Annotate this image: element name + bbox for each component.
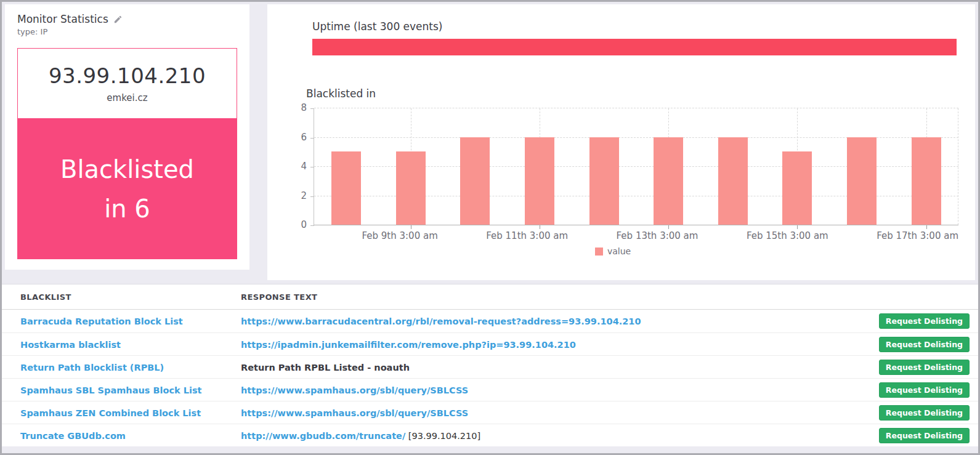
chart-bar	[912, 137, 941, 225]
chart-x-axis: Feb 9th 3:00 amFeb 11th 3:00 amFeb 13th …	[314, 230, 958, 241]
blacklist-table: BLACKLIST RESPONSE TEXT Barracuda Reputa…	[2, 284, 978, 446]
table-row: Spamhaus SBL Spamhaus Block Listhttps://…	[2, 378, 978, 401]
legend-label: value	[607, 246, 631, 256]
y-tick-label: 8	[267, 102, 307, 113]
ip-card: 93.99.104.210 emkei.cz	[17, 48, 237, 119]
panel-title: Monitor Statistics	[17, 13, 108, 25]
blacklist-name-link[interactable]: Barracuda Reputation Block List	[20, 316, 183, 326]
chart-plot	[314, 108, 958, 225]
chart-bar	[460, 137, 490, 225]
y-tick-label: 6	[267, 132, 307, 143]
x-tick-label: Feb 17th 3:00 am	[877, 230, 958, 241]
monitor-hostname: emkei.cz	[107, 92, 147, 103]
blacklist-name-link[interactable]: Return Path Blocklist (RPBL)	[20, 363, 164, 372]
table-row: Barracuda Reputation Block Listhttps://w…	[2, 310, 978, 332]
edit-pencil-icon[interactable]	[113, 15, 123, 24]
response-link[interactable]: https://ipadmin.junkemailfilter.com/remo…	[241, 340, 576, 350]
column-header-blacklist: BLACKLIST	[2, 292, 241, 302]
x-tick-label: Feb 13th 3:00 am	[617, 230, 699, 241]
uptime-bar	[312, 39, 957, 55]
chart-bar	[525, 137, 554, 225]
blacklist-name-link[interactable]: Hostkarma blacklist	[20, 340, 121, 350]
blacklist-name-link[interactable]: Spamhaus SBL Spamhaus Block List	[20, 385, 201, 395]
blacklisted-count-line2: in 6	[104, 189, 150, 228]
column-header-response-text: RESPONSE TEXT	[241, 292, 970, 302]
blacklisted-count-line1: Blacklisted	[60, 150, 194, 189]
request-delisting-button[interactable]: Request Delisting	[879, 337, 970, 352]
chart-bar	[331, 151, 361, 225]
monitor-statistics-panel: Monitor Statistics type: IP 93.99.104.21…	[5, 4, 249, 270]
blacklist-monitor-page: { "left_panel": { "title": "Monitor Stat…	[0, 0, 980, 455]
response-text: Return Path RPBL Listed - noauth	[241, 363, 410, 372]
blacklist-name-link[interactable]: Truncate GBUdb.com	[20, 431, 126, 441]
table-body: Barracuda Reputation Block Listhttps://w…	[2, 310, 978, 446]
table-row: Hostkarma blacklisthttps://ipadmin.junke…	[2, 332, 978, 355]
blacklist-name-link[interactable]: Spamhaus ZEN Combined Block List	[20, 408, 201, 418]
request-delisting-button[interactable]: Request Delisting	[879, 428, 970, 443]
monitor-ip: 93.99.104.210	[49, 63, 206, 88]
monitor-type: type: IP	[17, 27, 237, 36]
response-link[interactable]: https://www.barracudacentral.org/rbl/rem…	[241, 316, 641, 326]
chart-bar	[847, 137, 877, 225]
response-link[interactable]: https://www.spamhaus.org/sbl/query/SBLCS…	[241, 385, 468, 395]
response-text: [93.99.104.210]	[405, 431, 480, 441]
panel-title-row: Monitor Statistics	[17, 13, 237, 25]
table-header-row: BLACKLIST RESPONSE TEXT	[2, 284, 978, 310]
blacklisted-in-chart: 02468 Feb 9th 3:00 amFeb 11th 3:00 amFeb…	[267, 108, 958, 264]
x-tick-label: Feb 9th 3:00 am	[362, 230, 437, 241]
uptime-title: Uptime (last 300 events)	[312, 20, 975, 33]
table-row: Truncate GBUdb.comhttp://www.gbudb.com/t…	[2, 424, 978, 446]
chart-legend: value	[267, 246, 958, 256]
blacklisted-count-box: Blacklisted in 6	[17, 119, 237, 259]
request-delisting-button[interactable]: Request Delisting	[879, 382, 970, 398]
chart-bar	[718, 137, 748, 225]
legend-swatch	[595, 248, 603, 256]
chart-bar	[589, 137, 619, 225]
response-link[interactable]: http://www.gbudb.com/truncate/	[241, 431, 405, 441]
request-delisting-button[interactable]: Request Delisting	[879, 313, 970, 329]
y-tick-label: 0	[267, 219, 307, 230]
chart-y-axis: 02468	[267, 108, 307, 225]
chart-title: Blacklisted in	[306, 87, 975, 100]
y-tick-label: 2	[267, 190, 307, 201]
chart-bar	[782, 151, 812, 225]
charts-panel: Uptime (last 300 events) Blacklisted in …	[267, 4, 975, 280]
x-tick-label: Feb 15th 3:00 am	[747, 230, 828, 241]
request-delisting-button[interactable]: Request Delisting	[879, 405, 970, 421]
table-row: Spamhaus ZEN Combined Block Listhttps://…	[2, 401, 978, 424]
chart-bar	[654, 137, 683, 225]
top-row: Monitor Statistics type: IP 93.99.104.21…	[2, 2, 978, 280]
x-tick-label: Feb 11th 3:00 am	[486, 230, 568, 241]
y-tick-label: 4	[267, 161, 307, 172]
table-row: Return Path Blocklist (RPBL)Return Path …	[2, 355, 978, 378]
chart-bar	[396, 151, 426, 225]
request-delisting-button[interactable]: Request Delisting	[879, 360, 970, 375]
response-link[interactable]: https://www.spamhaus.org/sbl/query/SBLCS…	[241, 408, 468, 418]
